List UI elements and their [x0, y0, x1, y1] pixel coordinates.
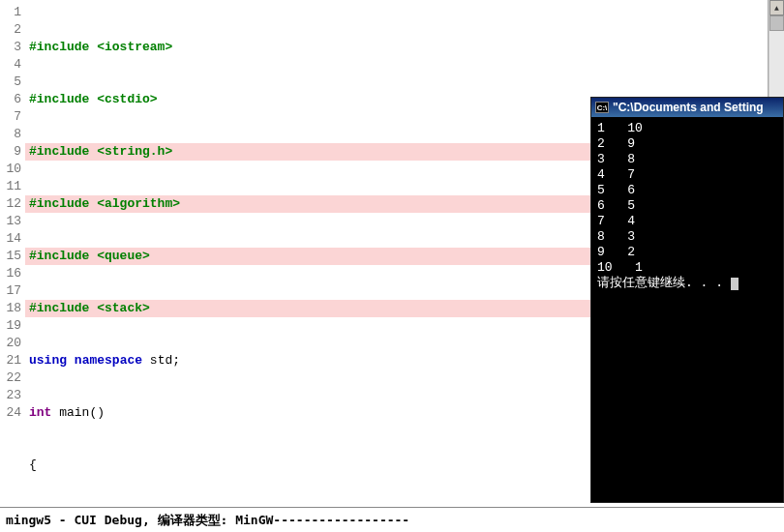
line-number: 7 — [0, 108, 21, 126]
scrollbar-thumb[interactable] — [769, 15, 784, 31]
line-number: 18 — [0, 300, 21, 317]
console-line: 8 3 — [597, 229, 777, 245]
console-line: 1 10 — [597, 121, 777, 136]
line-number: 11 — [0, 178, 21, 195]
line-number: 5 — [0, 74, 21, 91]
console-window[interactable]: C:\ "C:\Documents and Setting 1 102 93 8… — [590, 97, 784, 503]
line-number: 4 — [0, 56, 21, 74]
line-number: 17 — [0, 282, 21, 300]
console-line: 6 5 — [597, 198, 777, 214]
line-number: 19 — [0, 317, 21, 335]
console-line: 7 4 — [597, 214, 777, 229]
status-text: mingw5 - CUI Debug, 编译器类型: MinGW--------… — [6, 513, 409, 527]
line-number: 23 — [0, 387, 21, 404]
line-number: 6 — [0, 91, 21, 108]
line-number: 22 — [0, 369, 21, 387]
console-line: 9 2 — [597, 245, 777, 260]
line-number: 3 — [0, 39, 21, 56]
workspace: 1 2 3 4 5 6 7 8 9 10 11 12 13 14 15 16 1… — [0, 0, 784, 476]
line-number: 14 — [0, 230, 21, 248]
console-line: 10 1 — [597, 260, 777, 276]
code-line[interactable]: #include <iostream> — [25, 39, 768, 56]
line-number: 16 — [0, 265, 21, 282]
line-number: 9 — [0, 143, 21, 161]
line-number: 8 — [0, 126, 21, 143]
line-number: 21 — [0, 352, 21, 369]
cursor-icon — [731, 278, 739, 290]
line-gutter: 1 2 3 4 5 6 7 8 9 10 11 12 13 14 15 16 1… — [0, 0, 25, 476]
line-number: 15 — [0, 248, 21, 265]
console-line: 2 9 — [597, 136, 777, 152]
line-number: 24 — [0, 404, 21, 422]
console-titlebar[interactable]: C:\ "C:\Documents and Setting — [591, 98, 783, 117]
line-number: 10 — [0, 161, 21, 178]
console-line: 3 8 — [597, 152, 777, 167]
line-number: 20 — [0, 335, 21, 352]
line-number: 2 — [0, 21, 21, 39]
cmd-icon: C:\ — [595, 102, 609, 113]
line-number: 1 — [0, 4, 21, 21]
console-line: 4 7 — [597, 167, 777, 183]
status-bar: mingw5 - CUI Debug, 编译器类型: MinGW--------… — [0, 507, 784, 532]
scroll-up-icon[interactable]: ▲ — [769, 0, 784, 15]
console-output: 1 102 93 84 75 66 57 48 39 210 1请按任意键继续.… — [591, 117, 783, 295]
line-number: 12 — [0, 195, 21, 213]
console-line: 5 6 — [597, 183, 777, 198]
console-title: "C:\Documents and Setting — [613, 101, 764, 114]
line-number: 13 — [0, 213, 21, 230]
console-prompt: 请按任意键继续. . . — [597, 276, 777, 291]
